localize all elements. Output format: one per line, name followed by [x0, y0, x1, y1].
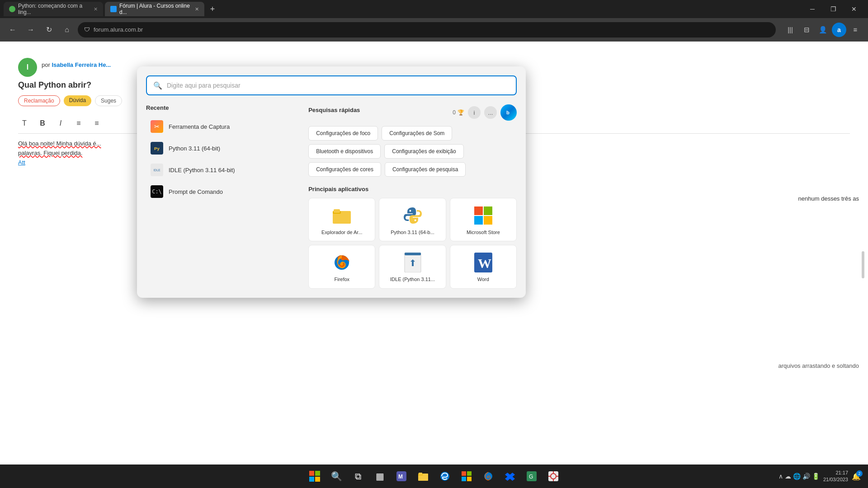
tray-cloud[interactable]: ☁: [785, 473, 791, 480]
svg-rect-13: [474, 216, 483, 225]
list-tool-1[interactable]: ≡: [72, 117, 85, 130]
svg-point-9: [409, 210, 411, 212]
app-python64[interactable]: Python 3.11 (64-b...: [379, 198, 446, 241]
tray-icons: ∧ ☁ 🌐 🔊 🔋: [778, 473, 820, 480]
maximize-button[interactable]: ❐: [823, 2, 844, 16]
bookmarks-icon[interactable]: |||: [783, 23, 797, 37]
chip-bluetooth[interactable]: Bluetooth e dispositivos: [308, 144, 381, 159]
recent-item-cmd[interactable]: C:\ Prompt de Comando: [146, 182, 295, 202]
quick-searches-grid: Configurações de foco Configurações de S…: [308, 126, 517, 177]
sidebar-toggle[interactable]: ⊟: [799, 23, 814, 37]
chip-pesquisa[interactable]: Configurações de pesquisa: [385, 162, 466, 177]
tray-up-arrow[interactable]: ∧: [778, 473, 783, 480]
nav-right-buttons: ||| ⊟ 👤 a ≡: [783, 23, 863, 37]
captura-icon: ✂: [151, 120, 163, 133]
scroll-indicator[interactable]: [862, 251, 864, 278]
back-button[interactable]: ←: [5, 23, 20, 37]
svg-rect-12: [484, 206, 492, 215]
msstore-label: Microsoft Store: [467, 229, 500, 235]
svg-rect-31: [467, 471, 472, 476]
badge-count: 2: [856, 470, 863, 477]
app-explorer[interactable]: Explorador de Ar...: [308, 198, 375, 241]
idle2-label: IDLE (Python 3.11...: [390, 276, 435, 282]
list-tool-2[interactable]: ≡: [90, 117, 103, 130]
chip-foco[interactable]: Configurações de foco: [308, 126, 378, 141]
taskbar-edge[interactable]: [435, 466, 455, 486]
home-button[interactable]: ⌂: [60, 23, 74, 37]
svg-rect-17: [405, 253, 421, 255]
clock-display[interactable]: 21:17 21/03/2023: [823, 469, 848, 483]
tab-favicon-python: [9, 6, 15, 12]
info-button[interactable]: i: [468, 106, 481, 119]
recent-label-python: Python 3.11 (64-bit): [169, 145, 220, 152]
svg-rect-33: [467, 477, 472, 481]
menu-button[interactable]: ≡: [848, 23, 863, 37]
tray-volume[interactable]: 🔊: [802, 473, 810, 480]
account-icon[interactable]: 👤: [816, 23, 830, 37]
tag-suges[interactable]: Suges: [95, 95, 122, 106]
svg-text:G: G: [529, 474, 533, 480]
tag-reclamacao[interactable]: Reclamação: [18, 95, 60, 106]
bold-tool[interactable]: B: [36, 117, 49, 130]
chip-som[interactable]: Configurações de Som: [382, 126, 452, 141]
svg-text:W: W: [478, 256, 491, 271]
notification-badge[interactable]: 🔔 2: [852, 472, 861, 481]
new-tab-button[interactable]: +: [206, 3, 219, 15]
svg-rect-8: [334, 209, 340, 213]
start-menu[interactable]: 🔍 Digite aqui para pesquisar Recente ✂ F…: [137, 66, 526, 298]
text-tool[interactable]: T: [18, 117, 31, 130]
tab-alura[interactable]: Fórum | Alura - Cursos online d... ✕: [105, 2, 204, 16]
qs-count: 0 🏆: [453, 109, 464, 116]
app-idle2[interactable]: IDLE (Python 3.11...: [379, 245, 446, 288]
taskbar-dropbox[interactable]: [500, 466, 520, 486]
recent-title: Recente: [146, 104, 295, 111]
author-link[interactable]: Isabella Ferreira He...: [52, 61, 111, 68]
taskbar: 🔍 ⧉ ▦ M: [0, 465, 868, 488]
widgets-button[interactable]: ▦: [370, 466, 390, 486]
profile-button[interactable]: a: [832, 23, 846, 37]
refresh-button[interactable]: ↻: [42, 23, 56, 37]
tag-duvida[interactable]: Dúvida: [64, 95, 91, 106]
taskbar-firefox[interactable]: [478, 466, 498, 486]
explorer-icon: [332, 206, 352, 225]
taskbar-sniptool[interactable]: [543, 466, 563, 486]
taskbar-greenshot[interactable]: G: [522, 466, 542, 486]
task-view-button[interactable]: ⧉: [348, 466, 368, 486]
app-msstore[interactable]: Microsoft Store: [450, 198, 517, 241]
chip-cores[interactable]: Configurações de cores: [308, 162, 381, 177]
app-firefox[interactable]: Firefox: [308, 245, 375, 288]
minimize-button[interactable]: ─: [802, 2, 823, 16]
tab-label-alura: Fórum | Alura - Cursos online d...: [119, 3, 190, 15]
more-button[interactable]: ...: [484, 106, 497, 119]
forward-button[interactable]: →: [24, 23, 38, 37]
tab-close-python[interactable]: ✕: [94, 6, 98, 12]
address-bar[interactable]: 🛡 forum.alura.com.br: [78, 22, 776, 38]
tab-close-alura[interactable]: ✕: [195, 6, 199, 12]
recent-item-idle[interactable]: IDLE IDLE (Python 3.11 64-bit): [146, 160, 295, 180]
app-word[interactable]: W Word: [450, 245, 517, 288]
close-button[interactable]: ✕: [844, 2, 864, 16]
tray-battery[interactable]: 🔋: [812, 473, 820, 480]
recent-section: Recente ✂ Ferramenta de Captura Py Pytho…: [146, 104, 295, 289]
recent-item-captura[interactable]: ✂ Ferramenta de Captura: [146, 117, 295, 136]
taskbar-store[interactable]: [457, 466, 476, 486]
system-tray: ∧ ☁ 🌐 🔊 🔋 21:17 21/03/2023 🔔 2: [778, 469, 861, 483]
bing-button[interactable]: b: [500, 104, 517, 121]
start-search-bar[interactable]: 🔍 Digite aqui para pesquisar: [146, 75, 517, 95]
recent-item-python[interactable]: Py Python 3.11 (64-bit): [146, 138, 295, 158]
italic-tool[interactable]: I: [54, 117, 67, 130]
svg-text:M: M: [398, 474, 403, 480]
search-placeholder: Digite aqui para pesquisar: [167, 82, 509, 89]
editor-text-att: Att: [18, 159, 25, 166]
tab-python[interactable]: Python: começando com a ling... ✕: [4, 2, 103, 16]
start-button[interactable]: [305, 466, 325, 486]
teams-button[interactable]: M: [392, 466, 411, 486]
quick-searches-header: Pesquisas rápidas 0 🏆 i ... b: [308, 104, 517, 121]
taskbar-explorer[interactable]: [413, 466, 433, 486]
chip-exibicao[interactable]: Configurações de exibição: [384, 144, 463, 159]
tray-network[interactable]: 🌐: [793, 473, 801, 480]
right-section: Pesquisas rápidas 0 🏆 i ... b: [308, 104, 517, 289]
svg-text:Py: Py: [154, 146, 160, 151]
explorer-label: Explorador de Ar...: [321, 229, 363, 235]
taskbar-search[interactable]: 🔍: [326, 466, 346, 486]
